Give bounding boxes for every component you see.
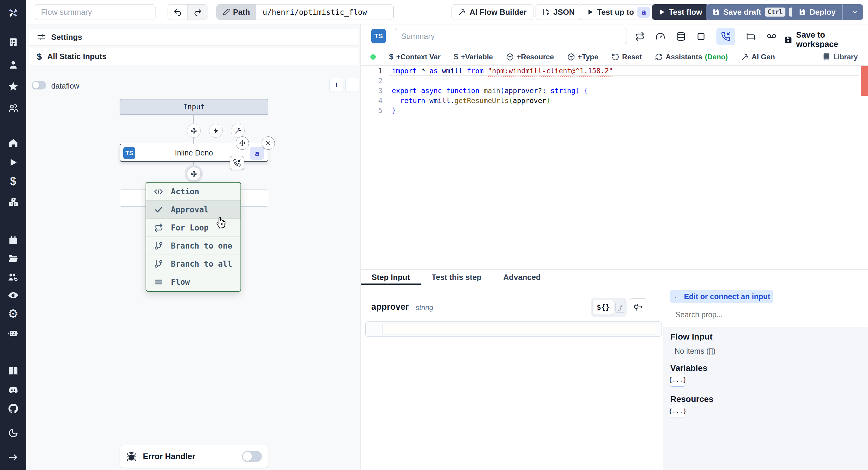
- resources-boxes-icon[interactable]: [8, 196, 19, 207]
- suspend-indicator[interactable]: [230, 156, 244, 170]
- dark-mode-moon-icon[interactable]: [8, 428, 19, 438]
- ai-flow-builder-button[interactable]: AI Flow Builder: [451, 4, 533, 20]
- schedules-calendar-icon[interactable]: [8, 235, 19, 246]
- path-value[interactable]: u/henri/optimistic_flow: [256, 4, 373, 20]
- deploy-dropdown-button[interactable]: [846, 4, 863, 20]
- sidebar-rail: $ ⚙: [0, 0, 26, 470]
- input-mode-toggle-group: ${} ƒ: [591, 298, 627, 317]
- early-stop-gauge-icon[interactable]: [655, 32, 665, 41]
- reset-button[interactable]: Reset: [612, 53, 642, 61]
- save-draft-button[interactable]: Save draft Ctrl S: [706, 4, 805, 20]
- variables-dollar-icon[interactable]: $: [10, 175, 16, 188]
- connect-input-button[interactable]: [629, 298, 647, 316]
- workspace-icon[interactable]: [8, 37, 19, 47]
- delete-node-button[interactable]: [261, 136, 275, 150]
- trigger-button[interactable]: [209, 124, 223, 138]
- test-up-to-button[interactable]: Test up to a: [580, 4, 657, 20]
- code-line-3: export async function main(approver?: st…: [392, 86, 588, 96]
- add-variable-button[interactable]: $+Variable: [454, 52, 493, 61]
- zoom-in-button[interactable]: +: [330, 78, 343, 92]
- rail-divider: [0, 125, 26, 125]
- menu-item-action[interactable]: Action: [146, 183, 241, 201]
- dataflow-toggle[interactable]: [32, 81, 46, 90]
- error-handler-card[interactable]: Error Handler: [120, 445, 268, 468]
- menu-item-branch-to-one[interactable]: Branch to one: [146, 237, 241, 255]
- workers-robot-icon[interactable]: [7, 327, 19, 339]
- flow-settings-row[interactable]: Settings: [29, 29, 358, 46]
- runs-play-icon[interactable]: [8, 157, 19, 167]
- ai-gen-button[interactable]: AI Gen: [741, 53, 775, 61]
- groups-user-cog-icon[interactable]: [7, 272, 19, 283]
- field-name: approver: [371, 302, 409, 312]
- retries-repeat-icon[interactable]: [635, 32, 645, 41]
- language-ready-dot: [370, 54, 376, 60]
- summary-input[interactable]: [395, 28, 627, 44]
- home-icon[interactable]: [8, 138, 19, 149]
- mouse-cursor: [216, 214, 229, 229]
- error-handler-toggle[interactable]: [242, 451, 262, 462]
- edit-or-connect-button[interactable]: ← Edit or connect an input: [670, 290, 773, 303]
- flow-input-node[interactable]: Input: [120, 99, 268, 115]
- search-prop-input[interactable]: [670, 307, 858, 322]
- menu-item-flow[interactable]: Flow: [146, 273, 241, 291]
- cache-database-icon[interactable]: [676, 32, 686, 41]
- json-button[interactable]: JSON: [535, 4, 582, 20]
- concurrency-square-icon[interactable]: [696, 32, 706, 41]
- approver-input[interactable]: [382, 323, 656, 335]
- redo-button[interactable]: [188, 4, 208, 20]
- flow-summary-input[interactable]: [35, 4, 156, 20]
- library-button[interactable]: Library: [822, 53, 858, 61]
- line-number: 2: [361, 76, 382, 86]
- flow-left-panel: Settings $ All Static Inputs dataflow + …: [26, 24, 361, 470]
- dollar-icon: $: [37, 52, 42, 62]
- variables-object-chip[interactable]: {...}: [670, 373, 685, 386]
- test-flow-button[interactable]: Test flow: [652, 4, 709, 20]
- windmill-logo[interactable]: [0, 0, 26, 26]
- flow-input-node-label: Input: [183, 103, 205, 111]
- folders-icon[interactable]: [8, 253, 19, 264]
- mock-voicemail-icon[interactable]: [767, 31, 777, 41]
- user-icon[interactable]: [8, 60, 19, 70]
- settings-gear-icon[interactable]: ⚙: [8, 307, 19, 320]
- insert-step-button[interactable]: [187, 124, 201, 138]
- all-static-inputs-row[interactable]: $ All Static Inputs: [29, 48, 358, 65]
- sleep-bed-icon[interactable]: [746, 32, 755, 41]
- plus-icon: [190, 170, 197, 178]
- resources-object-chip[interactable]: {...}: [670, 404, 685, 418]
- docs-book-icon[interactable]: [8, 366, 19, 377]
- path-button[interactable]: Path: [217, 4, 256, 20]
- path-label: Path: [233, 7, 250, 17]
- tab-advanced[interactable]: Advanced: [493, 270, 552, 285]
- audit-eye-icon[interactable]: [7, 289, 19, 301]
- line-number: 1: [361, 66, 382, 76]
- assistants-button[interactable]: Assistants (Deno): [655, 53, 727, 61]
- menu-item-branch-to-all[interactable]: Branch to all: [146, 255, 241, 273]
- add-resource-button[interactable]: +Resource: [506, 53, 554, 61]
- tab-test-this-step[interactable]: Test this step: [421, 270, 493, 285]
- community-users-icon[interactable]: [8, 103, 19, 114]
- save-to-workspace-button[interactable]: Save to workspace: [784, 30, 868, 49]
- suspend-approval-button-selected[interactable]: [716, 28, 735, 45]
- editor-toolbar: $+Context Var $+Variable +Resource +Type…: [361, 48, 868, 66]
- favorites-star-icon[interactable]: [8, 81, 19, 92]
- add-step-button[interactable]: [187, 167, 201, 181]
- move-node-button[interactable]: [236, 136, 249, 150]
- tab-step-input[interactable]: Step Input: [361, 270, 421, 285]
- discord-icon[interactable]: [7, 384, 19, 396]
- zoom-out-button[interactable]: −: [345, 78, 359, 92]
- error-handler-label: Error Handler: [143, 452, 195, 461]
- package-icon: [506, 53, 514, 61]
- template-mode-button[interactable]: ${}: [593, 300, 614, 315]
- book-icon: [822, 53, 831, 61]
- expand-arrow-icon[interactable]: [8, 452, 19, 463]
- save-icon: [799, 8, 806, 15]
- add-type-button[interactable]: +Type: [567, 53, 598, 61]
- undo-button[interactable]: [168, 4, 188, 20]
- add-context-var-button[interactable]: $+Context Var: [389, 52, 441, 61]
- javascript-mode-button[interactable]: ƒ: [615, 302, 625, 313]
- kbd-ctrl: Ctrl: [765, 7, 786, 17]
- redo-icon: [193, 8, 202, 16]
- github-icon[interactable]: [7, 403, 19, 414]
- deploy-button[interactable]: Deploy: [792, 4, 863, 20]
- ai-suggest-button[interactable]: [231, 124, 245, 138]
